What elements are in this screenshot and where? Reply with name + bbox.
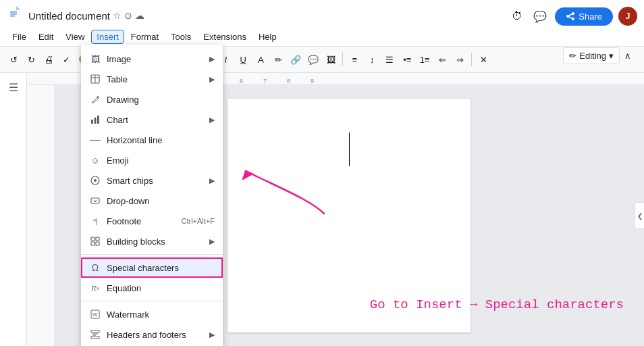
watermark-label: Watermark — [107, 310, 215, 320]
menu-item-footnote[interactable]: ᵃ| Footnote Ctrl+Alt+F — [81, 211, 223, 231]
menu-item-chart[interactable]: Chart ▶ — [81, 109, 223, 130]
building-blocks-label: Building blocks — [107, 237, 209, 247]
left-sidebar: ☰ — [0, 73, 27, 346]
special-characters-label: Special characters — [107, 263, 215, 273]
indent-more-button[interactable]: ⇒ — [452, 53, 468, 67]
right-panel-toggle[interactable]: ❮ — [635, 202, 644, 229]
building-blocks-icon — [89, 235, 101, 247]
menu-item-emoji[interactable]: ☺ Emoji — [81, 150, 223, 170]
equation-icon: πx — [89, 282, 101, 294]
drawing-icon — [89, 93, 101, 105]
menu-item-drawing[interactable]: Drawing — [81, 89, 223, 109]
dropdown-label: Drop-down — [107, 196, 215, 206]
clear-format-button[interactable]: ✕ — [475, 53, 491, 67]
user-avatar[interactable]: J — [618, 7, 637, 26]
bulletlist-button[interactable]: •≡ — [399, 53, 415, 67]
image-label: Image — [107, 54, 209, 64]
editing-button[interactable]: ✏ Editing ▾ — [563, 47, 620, 64]
menu-item-smart-chips[interactable]: Smart chips ▶ — [81, 170, 223, 191]
menu-tools[interactable]: Tools — [165, 30, 196, 44]
spellcheck-button[interactable]: ✓ — [58, 53, 74, 67]
menu-edit[interactable]: Edit — [33, 30, 59, 44]
menu-item-special-characters[interactable]: Ω Special characters — [81, 257, 223, 278]
headers-footers-label: Headers and footers — [107, 330, 209, 340]
footnote-shortcut: Ctrl+Alt+F — [181, 217, 215, 225]
divider-2 — [81, 301, 223, 301]
arrow-icon: ▶ — [209, 330, 215, 339]
checklist-button[interactable]: ☰ — [381, 53, 398, 67]
menu-item-image[interactable]: 🖼 Image ▶ — [81, 49, 223, 69]
special-chars-icon: Ω — [89, 262, 101, 274]
menu-file[interactable]: File — [7, 30, 32, 44]
share-icon — [566, 11, 575, 21]
table-label: Table — [107, 74, 209, 84]
svg-line-9 — [568, 16, 573, 19]
history-button[interactable]: ⏱ — [509, 8, 525, 24]
editing-label: Editing — [579, 51, 606, 61]
svg-rect-14 — [91, 120, 93, 124]
comment-button[interactable]: 💬 — [305, 53, 321, 67]
separator-4 — [342, 53, 343, 66]
linespacing-button[interactable]: ↕ — [364, 53, 380, 67]
svg-rect-19 — [91, 198, 99, 203]
chart-icon — [89, 114, 101, 126]
svg-rect-22 — [91, 242, 95, 245]
svg-rect-27 — [91, 337, 99, 339]
share-button[interactable]: Share — [555, 7, 613, 26]
align-button[interactable]: ≡ — [346, 53, 363, 67]
menu-extensions[interactable]: Extensions — [198, 30, 252, 44]
dropdown-icon — [89, 195, 101, 207]
svg-line-8 — [568, 14, 573, 16]
menu-item-headers-footers[interactable]: Headers and footers ▶ — [81, 324, 223, 345]
comments-button[interactable]: 💬 — [531, 8, 549, 25]
arrow-icon: ▶ — [209, 176, 215, 185]
arrow-icon: ▶ — [209, 75, 215, 84]
star-icon[interactable]: ☆ — [113, 10, 122, 21]
menu-item-watermark[interactable]: W Watermark — [81, 304, 223, 324]
menu-item-equation[interactable]: πx Equation — [81, 278, 223, 298]
underline-button[interactable]: U — [235, 53, 251, 67]
hline-icon: — — [89, 134, 101, 146]
arrow-icon: ▶ — [209, 55, 215, 64]
divider-1 — [81, 254, 223, 255]
svg-rect-3 — [10, 14, 17, 15]
menu-item-hline[interactable]: — Horizontal line — [81, 130, 223, 150]
svg-rect-2 — [10, 11, 17, 13]
menu-item-dropdown[interactable]: Drop-down — [81, 191, 223, 211]
history-icon[interactable]: ⊙ — [124, 10, 132, 21]
numberedlist-button[interactable]: 1≡ — [417, 53, 433, 67]
menu-insert[interactable]: Insert — [91, 30, 124, 44]
redo-button[interactable]: ↻ — [23, 53, 39, 67]
footnote-label: Footnote — [107, 216, 176, 226]
menu-format[interactable]: Format — [126, 30, 164, 44]
menu-item-table[interactable]: Table ▶ — [81, 69, 223, 89]
ruler-mark: 6 — [240, 78, 243, 84]
menu-item-building-blocks[interactable]: Building blocks ▶ — [81, 231, 223, 251]
textcolor-button[interactable]: A — [252, 53, 269, 67]
share-label: Share — [579, 11, 602, 22]
svg-point-18 — [94, 179, 97, 182]
docs-icon — [7, 6, 23, 25]
highlight-button[interactable]: ✏ — [270, 53, 286, 67]
undo-button[interactable]: ↺ — [5, 53, 22, 67]
print-button[interactable]: 🖨 — [41, 52, 57, 67]
arrow-icon: ▶ — [209, 237, 215, 246]
indent-less-button[interactable]: ⇐ — [434, 53, 450, 67]
text-cursor — [349, 132, 350, 166]
svg-rect-21 — [96, 237, 99, 241]
svg-rect-16 — [97, 116, 99, 124]
cloud-icon[interactable]: ☁ — [135, 10, 144, 21]
document-title[interactable]: Untitled document — [28, 10, 110, 22]
image-button[interactable]: 🖼 — [323, 53, 339, 67]
emoji-label: Emoji — [107, 155, 215, 166]
menu-help[interactable]: Help — [253, 30, 282, 44]
menu-view[interactable]: View — [60, 30, 90, 44]
top-right-actions: ⏱ 💬 Share J — [509, 7, 637, 26]
document-page — [227, 99, 471, 332]
svg-rect-15 — [95, 118, 97, 124]
link-button[interactable]: 🔗 — [288, 53, 304, 67]
title-bar: Untitled document ☆ ⊙ ☁ ⏱ 💬 Share J — [0, 0, 644, 27]
separator-5 — [471, 53, 472, 66]
outline-icon[interactable]: ☰ — [9, 81, 18, 94]
collapse-button[interactable]: ∧ — [620, 49, 636, 63]
